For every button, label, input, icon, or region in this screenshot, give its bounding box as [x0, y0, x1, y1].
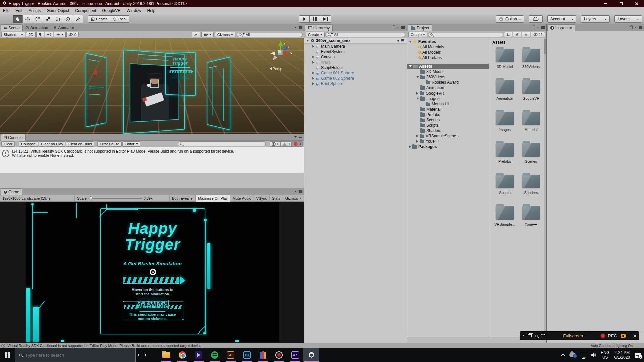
- scene-expand-arrow[interactable]: [306, 40, 309, 42]
- hierarchy-menu-icon[interactable]: [397, 27, 399, 29]
- menu-window[interactable]: Window: [124, 8, 144, 13]
- perspective-toggle[interactable]: Persp: [270, 67, 282, 71]
- menu-component[interactable]: Component: [72, 8, 99, 13]
- console-clear-on-build-button[interactable]: Clear on Build: [66, 141, 94, 147]
- console-panel-menu-icon[interactable]: [294, 136, 297, 139]
- console-clear-button[interactable]: Clear: [1, 141, 15, 147]
- close-button[interactable]: [629, 0, 644, 7]
- console-error-pause-button[interactable]: Error Pause: [97, 141, 122, 147]
- minimize-button[interactable]: [598, 0, 613, 7]
- hierarchy-item-canvas[interactable]: Canvas: [304, 54, 407, 60]
- gizmo-cube[interactable]: [278, 50, 283, 55]
- scene-search[interactable]: [237, 32, 303, 37]
- cloud-button[interactable]: [529, 15, 543, 23]
- axis-back-cone[interactable]: [270, 51, 275, 55]
- console-search-input[interactable]: [183, 142, 263, 146]
- both-eyes-dropdown[interactable]: Both Eyes: [169, 195, 196, 202]
- search-by-type-button[interactable]: [504, 32, 512, 37]
- menu-googlevr[interactable]: GoogleVR: [99, 8, 123, 13]
- lighting-toggle[interactable]: [36, 32, 44, 37]
- tab-hierarchy[interactable]: Hierarchy: [305, 24, 333, 31]
- tree-scripts[interactable]: Scripts: [407, 123, 489, 128]
- axis-down-cone[interactable]: [271, 55, 277, 61]
- status-message[interactable]: Virtual Reality SDK Cardboard is not sup…: [7, 344, 202, 348]
- game-gizmos-dropdown[interactable]: Gizmos: [283, 195, 304, 202]
- console-editor-dropdown[interactable]: Editor: [122, 141, 140, 147]
- taskbar-search[interactable]: [15, 348, 136, 362]
- rect-tool-button[interactable]: [53, 15, 63, 23]
- hierarchy-burger-icon[interactable]: [401, 26, 405, 29]
- taskbar-chrome[interactable]: [174, 348, 191, 362]
- tree-all-models[interactable]: All Models: [407, 50, 489, 55]
- tree-vrsamplescenes[interactable]: VRSampleScenes: [407, 133, 489, 139]
- scene-root-row[interactable]: 360vr_scene_one: [304, 38, 407, 44]
- recorder-mode-label[interactable]: Fullscreen: [548, 333, 598, 338]
- hierarchy-item-walls[interactable]: Walls: [304, 60, 407, 65]
- project-search[interactable]: [428, 32, 503, 37]
- hierarchy-item-brief-sphere[interactable]: Brief Sphere: [304, 81, 407, 86]
- asset-folder-scenes[interactable]: Scenes: [518, 141, 544, 173]
- inspector-lock-icon[interactable]: [630, 27, 633, 29]
- grid-scrollbar[interactable]: [544, 38, 546, 337]
- transform-tool-button[interactable]: [63, 15, 73, 23]
- console-panel-burger-icon[interactable]: [299, 136, 302, 138]
- recorder-zoom-icon[interactable]: [535, 335, 538, 337]
- scene-panel-menu-icon[interactable]: [294, 27, 297, 29]
- pivot-local-button[interactable]: Local: [110, 15, 129, 23]
- menu-gameobject[interactable]: GameObject: [44, 8, 72, 13]
- task-view-button[interactable]: [136, 348, 149, 362]
- taskbar-winrar[interactable]: [255, 348, 271, 362]
- taskbar-illustrator[interactable]: Ai: [223, 348, 239, 362]
- project-burger-icon[interactable]: [541, 26, 545, 29]
- scene-search-input[interactable]: [246, 33, 300, 37]
- game-resolution-dropdown[interactable]: 644x362 Landscape (19:: [0, 195, 75, 202]
- language-indicator[interactable]: ENGUS: [601, 350, 609, 360]
- scale-tool-button[interactable]: [43, 15, 53, 23]
- scene-burger-icon[interactable]: [401, 39, 404, 41]
- tree-googlevr[interactable]: GoogleVR: [407, 90, 489, 96]
- stats-toggle[interactable]: Stats: [270, 195, 283, 202]
- clock[interactable]: 2:24 PM6/1/2020: [614, 350, 630, 360]
- custom-tool-button[interactable]: [73, 15, 83, 23]
- taskbar-file-explorer[interactable]: [158, 348, 174, 362]
- tab-inspector[interactable]: Inspector: [547, 24, 575, 31]
- project-search-input[interactable]: [434, 33, 501, 37]
- volume-icon[interactable]: [591, 353, 596, 357]
- recorder-close-icon[interactable]: [633, 334, 636, 338]
- tree-youe[interactable]: Youe++: [407, 139, 489, 144]
- tab-scene[interactable]: Scene: [1, 24, 23, 31]
- tree-rookies-award[interactable]: Rookies Award: [407, 80, 489, 85]
- audio-toggle[interactable]: [45, 32, 53, 37]
- rec-label[interactable]: REC: [608, 333, 617, 338]
- play-button[interactable]: [299, 15, 310, 23]
- layout-dropdown[interactable]: Layout: [614, 15, 642, 23]
- game-panel-menu-icon[interactable]: [294, 191, 297, 193]
- console-error-filter[interactable]: 0: [292, 141, 303, 147]
- inspector-burger-icon[interactable]: [639, 26, 642, 29]
- tree-all-materials[interactable]: All Materials: [407, 44, 489, 50]
- recorder-camera-icon[interactable]: [621, 334, 626, 338]
- 2d-toggle[interactable]: 2D: [26, 32, 36, 37]
- recorder-window-icon[interactable]: [528, 334, 532, 337]
- scene-panel-burger-icon[interactable]: [299, 26, 302, 29]
- game-panel-burger-icon[interactable]: [299, 190, 302, 193]
- console-log-entry[interactable]: [14:18:21] Virtual Reality SDK Cardboard…: [12, 149, 234, 171]
- axis-x-cone[interactable]: [284, 52, 289, 56]
- move-tool-button[interactable]: [23, 15, 33, 23]
- tree-prefabs[interactable]: Prefabs: [407, 112, 489, 117]
- menu-edit[interactable]: Edit: [12, 8, 25, 13]
- tree-scenes[interactable]: Scenes: [407, 117, 489, 123]
- tree-favorites[interactable]: ★Favorites: [407, 39, 489, 44]
- tree-menus-ui[interactable]: Menus UI: [407, 101, 489, 107]
- asset-folder-scripts[interactable]: Scripts: [492, 173, 518, 204]
- console-search[interactable]: [178, 141, 266, 146]
- taskbar-after-effects[interactable]: Ae: [287, 348, 303, 362]
- save-search-button[interactable]: ★: [522, 32, 530, 37]
- scene-menu-icon[interactable]: [397, 40, 399, 43]
- asset-folder-vrsamplescenes[interactable]: VRSample...: [492, 204, 518, 236]
- taskbar-video-app[interactable]: [191, 348, 207, 362]
- camera-settings-dropdown[interactable]: [201, 32, 214, 37]
- gizmos-dropdown[interactable]: Gizmos: [215, 32, 235, 37]
- taskbar-search-input[interactable]: [25, 353, 131, 358]
- game-render-frame[interactable]: Happy Trigger A Gel Blaster Simulation H…: [26, 202, 279, 342]
